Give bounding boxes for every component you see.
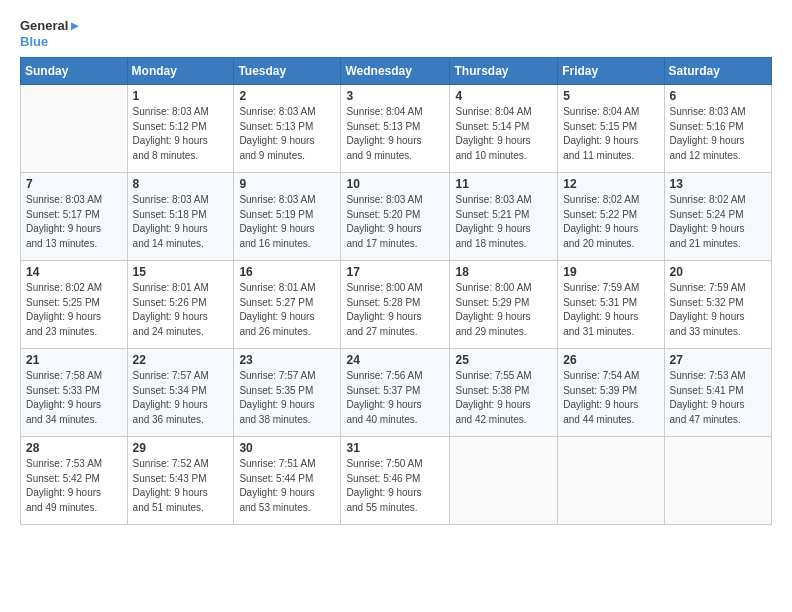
day-info: Sunrise: 7:53 AMSunset: 5:42 PMDaylight:… [26,457,122,515]
logo-text: General► Blue [20,18,81,49]
day-info: Sunrise: 8:03 AMSunset: 5:12 PMDaylight:… [133,105,229,163]
day-number: 3 [346,89,444,103]
day-info: Sunrise: 8:04 AMSunset: 5:13 PMDaylight:… [346,105,444,163]
day-info: Sunrise: 7:59 AMSunset: 5:31 PMDaylight:… [563,281,658,339]
calendar-cell: 18Sunrise: 8:00 AMSunset: 5:29 PMDayligh… [450,261,558,349]
day-number: 9 [239,177,335,191]
day-number: 15 [133,265,229,279]
week-row-1: 1Sunrise: 8:03 AMSunset: 5:12 PMDaylight… [21,85,772,173]
day-number: 2 [239,89,335,103]
calendar-table: SundayMondayTuesdayWednesdayThursdayFrid… [20,57,772,525]
calendar-cell: 13Sunrise: 8:02 AMSunset: 5:24 PMDayligh… [664,173,771,261]
day-info: Sunrise: 7:54 AMSunset: 5:39 PMDaylight:… [563,369,658,427]
day-number: 21 [26,353,122,367]
day-number: 14 [26,265,122,279]
weekday-header-row: SundayMondayTuesdayWednesdayThursdayFrid… [21,58,772,85]
calendar-cell: 19Sunrise: 7:59 AMSunset: 5:31 PMDayligh… [558,261,664,349]
day-info: Sunrise: 8:01 AMSunset: 5:27 PMDaylight:… [239,281,335,339]
calendar-cell: 10Sunrise: 8:03 AMSunset: 5:20 PMDayligh… [341,173,450,261]
day-info: Sunrise: 8:01 AMSunset: 5:26 PMDaylight:… [133,281,229,339]
day-info: Sunrise: 8:02 AMSunset: 5:25 PMDaylight:… [26,281,122,339]
day-info: Sunrise: 7:51 AMSunset: 5:44 PMDaylight:… [239,457,335,515]
calendar-cell: 7Sunrise: 8:03 AMSunset: 5:17 PMDaylight… [21,173,128,261]
day-info: Sunrise: 8:03 AMSunset: 5:18 PMDaylight:… [133,193,229,251]
calendar-cell: 21Sunrise: 7:58 AMSunset: 5:33 PMDayligh… [21,349,128,437]
calendar-cell: 27Sunrise: 7:53 AMSunset: 5:41 PMDayligh… [664,349,771,437]
day-info: Sunrise: 8:03 AMSunset: 5:19 PMDaylight:… [239,193,335,251]
calendar-cell: 24Sunrise: 7:56 AMSunset: 5:37 PMDayligh… [341,349,450,437]
day-number: 25 [455,353,552,367]
calendar-cell: 23Sunrise: 7:57 AMSunset: 5:35 PMDayligh… [234,349,341,437]
week-row-4: 21Sunrise: 7:58 AMSunset: 5:33 PMDayligh… [21,349,772,437]
day-number: 10 [346,177,444,191]
day-info: Sunrise: 8:04 AMSunset: 5:15 PMDaylight:… [563,105,658,163]
day-number: 19 [563,265,658,279]
calendar-cell: 9Sunrise: 8:03 AMSunset: 5:19 PMDaylight… [234,173,341,261]
day-number: 23 [239,353,335,367]
day-info: Sunrise: 8:03 AMSunset: 5:16 PMDaylight:… [670,105,766,163]
weekday-header-thursday: Thursday [450,58,558,85]
calendar-cell: 6Sunrise: 8:03 AMSunset: 5:16 PMDaylight… [664,85,771,173]
day-number: 29 [133,441,229,455]
day-info: Sunrise: 7:58 AMSunset: 5:33 PMDaylight:… [26,369,122,427]
calendar-cell: 5Sunrise: 8:04 AMSunset: 5:15 PMDaylight… [558,85,664,173]
day-info: Sunrise: 8:03 AMSunset: 5:21 PMDaylight:… [455,193,552,251]
calendar-cell: 1Sunrise: 8:03 AMSunset: 5:12 PMDaylight… [127,85,234,173]
calendar-cell: 20Sunrise: 7:59 AMSunset: 5:32 PMDayligh… [664,261,771,349]
day-number: 30 [239,441,335,455]
day-info: Sunrise: 7:59 AMSunset: 5:32 PMDaylight:… [670,281,766,339]
calendar-cell: 17Sunrise: 8:00 AMSunset: 5:28 PMDayligh… [341,261,450,349]
day-info: Sunrise: 7:57 AMSunset: 5:35 PMDaylight:… [239,369,335,427]
calendar-cell: 28Sunrise: 7:53 AMSunset: 5:42 PMDayligh… [21,437,128,525]
logo: General► Blue [20,18,81,49]
day-info: Sunrise: 7:50 AMSunset: 5:46 PMDaylight:… [346,457,444,515]
week-row-3: 14Sunrise: 8:02 AMSunset: 5:25 PMDayligh… [21,261,772,349]
calendar-cell: 3Sunrise: 8:04 AMSunset: 5:13 PMDaylight… [341,85,450,173]
calendar-cell: 8Sunrise: 8:03 AMSunset: 5:18 PMDaylight… [127,173,234,261]
day-info: Sunrise: 8:03 AMSunset: 5:17 PMDaylight:… [26,193,122,251]
weekday-header-sunday: Sunday [21,58,128,85]
day-number: 17 [346,265,444,279]
day-info: Sunrise: 7:55 AMSunset: 5:38 PMDaylight:… [455,369,552,427]
calendar-cell: 15Sunrise: 8:01 AMSunset: 5:26 PMDayligh… [127,261,234,349]
calendar-cell [558,437,664,525]
day-number: 1 [133,89,229,103]
calendar-cell: 26Sunrise: 7:54 AMSunset: 5:39 PMDayligh… [558,349,664,437]
calendar-cell [450,437,558,525]
day-number: 12 [563,177,658,191]
weekday-header-friday: Friday [558,58,664,85]
calendar-cell: 16Sunrise: 8:01 AMSunset: 5:27 PMDayligh… [234,261,341,349]
calendar-cell: 22Sunrise: 7:57 AMSunset: 5:34 PMDayligh… [127,349,234,437]
calendar-cell [21,85,128,173]
day-number: 20 [670,265,766,279]
day-number: 27 [670,353,766,367]
week-row-5: 28Sunrise: 7:53 AMSunset: 5:42 PMDayligh… [21,437,772,525]
calendar-cell: 25Sunrise: 7:55 AMSunset: 5:38 PMDayligh… [450,349,558,437]
day-info: Sunrise: 8:04 AMSunset: 5:14 PMDaylight:… [455,105,552,163]
day-number: 5 [563,89,658,103]
day-number: 4 [455,89,552,103]
calendar-cell: 4Sunrise: 8:04 AMSunset: 5:14 PMDaylight… [450,85,558,173]
day-number: 16 [239,265,335,279]
calendar-cell [664,437,771,525]
day-number: 13 [670,177,766,191]
day-number: 6 [670,89,766,103]
weekday-header-saturday: Saturday [664,58,771,85]
day-number: 24 [346,353,444,367]
day-number: 18 [455,265,552,279]
day-info: Sunrise: 8:00 AMSunset: 5:28 PMDaylight:… [346,281,444,339]
calendar-cell: 14Sunrise: 8:02 AMSunset: 5:25 PMDayligh… [21,261,128,349]
weekday-header-wednesday: Wednesday [341,58,450,85]
header: General► Blue [20,18,772,49]
day-info: Sunrise: 8:03 AMSunset: 5:13 PMDaylight:… [239,105,335,163]
calendar-cell: 12Sunrise: 8:02 AMSunset: 5:22 PMDayligh… [558,173,664,261]
calendar-cell: 11Sunrise: 8:03 AMSunset: 5:21 PMDayligh… [450,173,558,261]
day-info: Sunrise: 8:02 AMSunset: 5:22 PMDaylight:… [563,193,658,251]
day-number: 7 [26,177,122,191]
day-number: 11 [455,177,552,191]
day-number: 28 [26,441,122,455]
calendar-cell: 31Sunrise: 7:50 AMSunset: 5:46 PMDayligh… [341,437,450,525]
day-number: 22 [133,353,229,367]
day-info: Sunrise: 8:02 AMSunset: 5:24 PMDaylight:… [670,193,766,251]
calendar-cell: 29Sunrise: 7:52 AMSunset: 5:43 PMDayligh… [127,437,234,525]
